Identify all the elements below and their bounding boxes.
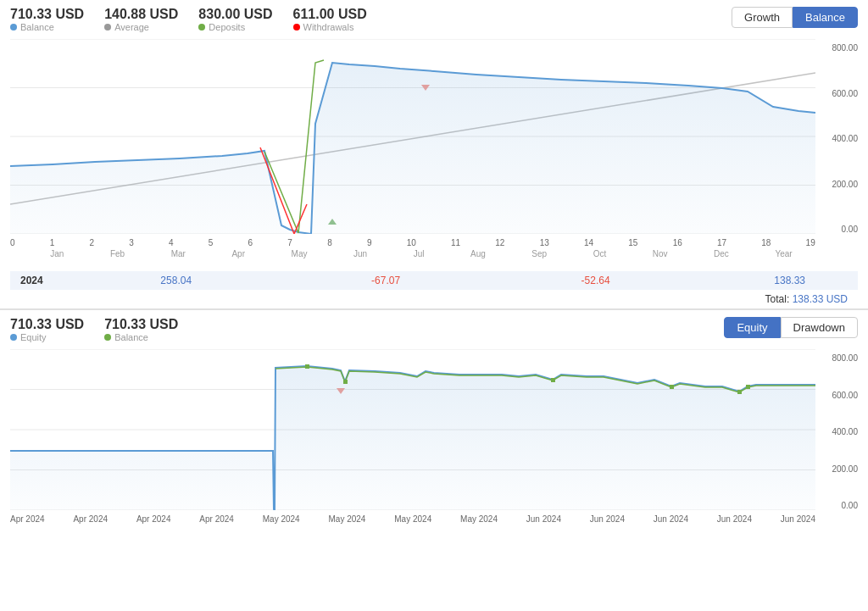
- top-section: 710.33 USD Balance 140.88 USD Average 83…: [0, 0, 868, 309]
- x-axis-numbers: 012345678910111213141516171819: [10, 236, 858, 247]
- withdrawals-dot: [293, 24, 300, 31]
- growth-button[interactable]: Growth: [732, 7, 793, 28]
- chart1-down-marker: [421, 85, 430, 91]
- equity-dot: [10, 334, 17, 341]
- equity-stat: 710.33 USD Equity: [10, 317, 84, 342]
- svg-rect-16: [746, 385, 750, 389]
- deposits-stat: 830.00 USD Deposits: [198, 7, 272, 32]
- chart1-btn-group: Growth Balance: [732, 7, 858, 28]
- balance-dot: [10, 24, 17, 31]
- svg-rect-11: [305, 364, 309, 369]
- withdrawals-label: Withdrawals: [293, 22, 367, 32]
- average-dot: [104, 24, 111, 31]
- total-value: 138.33 USD: [793, 293, 848, 305]
- y2-label-600: 600.00: [820, 391, 858, 400]
- y1-label-200: 200.00: [820, 180, 858, 189]
- y1-label-400: 400.00: [820, 134, 858, 143]
- svg-rect-13: [551, 378, 555, 382]
- balance-value: 710.33 USD: [10, 7, 84, 22]
- balance2-dot: [104, 334, 111, 341]
- balance2-stat: 710.33 USD Balance: [104, 317, 178, 342]
- y2-label-200: 200.00: [820, 464, 858, 474]
- balance2-label: Balance: [104, 332, 178, 342]
- svg-rect-15: [737, 390, 742, 394]
- x-axis-bottom-labels: Apr 2024 Apr 2024 Apr 2024 Apr 2024 May …: [10, 513, 858, 524]
- deposits-value: 830.00 USD: [198, 7, 272, 22]
- y2-label-800: 800.00: [820, 353, 858, 363]
- data-val3: -52.64: [491, 275, 700, 286]
- total-row: Total: 138.33 USD: [10, 290, 858, 308]
- balance-stat: 710.33 USD Balance: [10, 7, 84, 32]
- balance2-value: 710.33 USD: [104, 317, 178, 332]
- bottom-stats-row: 710.33 USD Equity 710.33 USD Balance Equ…: [10, 317, 858, 342]
- y1-label-800: 800.00: [820, 43, 858, 53]
- y2-label-400: 400.00: [820, 427, 858, 436]
- data-row-2024: 2024 258.04 -67.07 -52.64 138.33: [10, 271, 858, 290]
- data-year: 2024: [20, 275, 71, 286]
- x-axis-months: JanFebMarAprMayJunJulAugSepOctNovDecYear: [10, 249, 858, 258]
- average-value: 140.88 USD: [104, 7, 178, 22]
- average-stat: 140.88 USD Average: [104, 7, 178, 32]
- average-label: Average: [104, 22, 178, 32]
- deposits-label: Deposits: [198, 22, 272, 32]
- stats-row: 710.33 USD Balance 140.88 USD Average 83…: [10, 7, 858, 32]
- svg-rect-12: [343, 380, 348, 384]
- balance-button[interactable]: Balance: [793, 7, 858, 28]
- bottom-section: 710.33 USD Equity 710.33 USD Balance Equ…: [0, 309, 868, 544]
- y1-label-600: 600.00: [820, 89, 858, 98]
- chart1-up-marker: [328, 219, 337, 225]
- equity-label: Equity: [10, 332, 84, 342]
- chart2-btn-group: Equity Drawdown: [724, 317, 858, 338]
- data-val2: -67.07: [281, 275, 490, 286]
- chart2-svg: [10, 349, 815, 510]
- y1-label-0: 0.00: [820, 225, 858, 234]
- data-val1: 258.04: [71, 275, 281, 286]
- equity-value: 710.33 USD: [10, 317, 84, 332]
- deposits-dot: [198, 24, 205, 31]
- withdrawals-value: 611.00 USD: [293, 7, 367, 22]
- y2-label-0: 0.00: [820, 501, 858, 510]
- withdrawals-stat: 611.00 USD Withdrawals: [293, 7, 367, 32]
- balance-label: Balance: [10, 22, 84, 32]
- chart1-svg: [10, 39, 815, 234]
- chart2-down-marker: [337, 388, 345, 394]
- data-val4: 138.33: [700, 275, 848, 286]
- svg-rect-14: [670, 385, 674, 389]
- equity-button[interactable]: Equity: [724, 317, 780, 338]
- drawdown-button[interactable]: Drawdown: [781, 317, 858, 338]
